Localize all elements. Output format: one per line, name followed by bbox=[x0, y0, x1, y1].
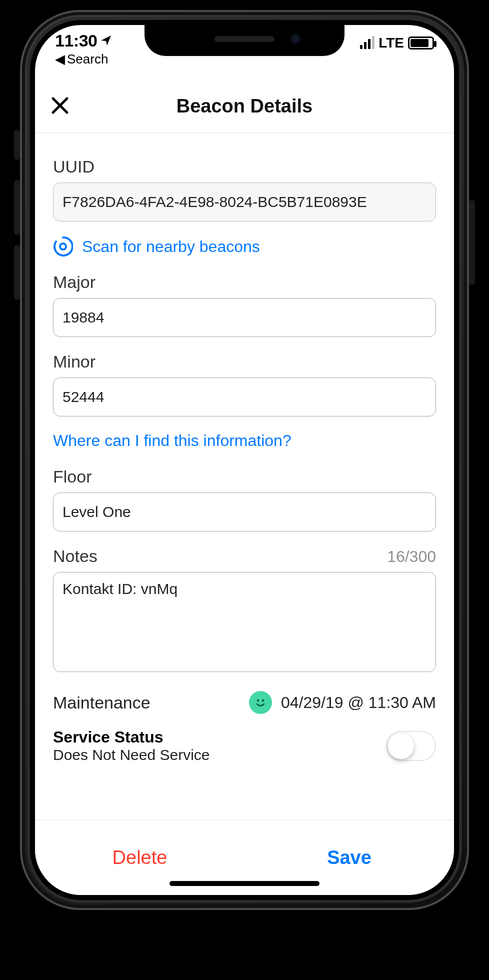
service-status-toggle[interactable] bbox=[386, 731, 436, 761]
device-frame: 11:30 ◀ Search LTE bbox=[0, 0, 489, 980]
navbar: Beacon Details bbox=[35, 80, 454, 133]
mute-switch bbox=[14, 130, 20, 160]
scan-beacons-link[interactable]: Scan for nearby beacons bbox=[53, 236, 436, 256]
find-info-label: Where can I find this information? bbox=[53, 432, 292, 450]
service-status-value: Does Not Need Service bbox=[53, 746, 210, 764]
cell-signal-icon bbox=[360, 37, 374, 49]
close-button[interactable] bbox=[48, 94, 72, 118]
major-group: Major bbox=[53, 272, 436, 337]
back-label: Search bbox=[67, 52, 108, 67]
form-content: UUID Scan for nearby beacons Major Minor bbox=[35, 133, 454, 820]
network-label: LTE bbox=[378, 35, 404, 51]
uuid-label: UUID bbox=[53, 157, 436, 176]
scan-link-label: Scan for nearby beacons bbox=[82, 238, 260, 256]
status-time: 11:30 bbox=[55, 31, 97, 50]
maintenance-timestamp: 04/29/19 @ 11:30 AM bbox=[281, 694, 436, 712]
svg-point-1 bbox=[257, 700, 260, 702]
find-info-link[interactable]: Where can I find this information? bbox=[53, 432, 436, 450]
close-icon bbox=[51, 94, 69, 118]
maintenance-label: Maintenance bbox=[53, 693, 150, 712]
floor-group: Floor bbox=[53, 467, 436, 532]
breadcrumb-back[interactable]: ◀ Search bbox=[55, 52, 112, 67]
minor-group: Minor bbox=[53, 352, 436, 416]
minor-input[interactable] bbox=[53, 378, 436, 416]
minor-label: Minor bbox=[53, 352, 436, 372]
side-button bbox=[469, 200, 475, 285]
home-indicator[interactable] bbox=[170, 881, 320, 886]
floor-label: Floor bbox=[53, 467, 436, 486]
uuid-group: UUID bbox=[53, 157, 436, 222]
svg-point-2 bbox=[262, 700, 264, 702]
maintenance-row: Maintenance 04/29/19 @ 11:30 AM bbox=[53, 691, 436, 714]
major-input[interactable] bbox=[53, 298, 436, 337]
service-status-label: Service Status bbox=[53, 728, 210, 746]
notes-textarea[interactable] bbox=[53, 572, 436, 672]
svg-point-0 bbox=[60, 244, 66, 250]
notes-counter: 16/300 bbox=[387, 548, 436, 566]
speaker-grille bbox=[214, 36, 274, 42]
volume-down-button bbox=[14, 245, 20, 300]
uuid-input[interactable] bbox=[53, 182, 436, 222]
page-title: Beacon Details bbox=[176, 96, 312, 117]
floor-input[interactable] bbox=[53, 492, 436, 532]
volume-up-button bbox=[14, 180, 20, 235]
screen: 11:30 ◀ Search LTE bbox=[35, 25, 454, 895]
notch bbox=[144, 25, 344, 56]
front-camera bbox=[290, 34, 300, 44]
location-arrow-icon bbox=[100, 31, 112, 50]
notes-label: Notes bbox=[53, 546, 98, 566]
radar-icon bbox=[53, 236, 73, 256]
smile-status-icon bbox=[249, 691, 272, 714]
service-status-row: Service Status Does Not Need Service bbox=[53, 728, 436, 764]
notes-group: Notes 16/300 bbox=[53, 546, 436, 674]
toggle-knob bbox=[388, 733, 414, 759]
battery-icon bbox=[408, 36, 434, 50]
major-label: Major bbox=[53, 272, 436, 292]
back-caret-icon: ◀ bbox=[55, 52, 65, 67]
